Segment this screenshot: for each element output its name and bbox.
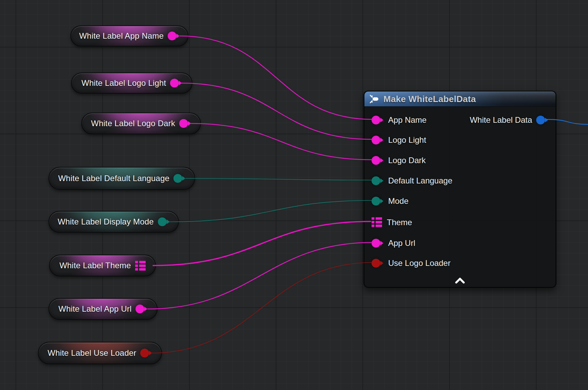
connection-wire[interactable] — [181, 83, 373, 139]
pin-dot — [170, 79, 179, 87]
white-label-display-mode-output-pin[interactable] — [158, 217, 170, 226]
pin-arrow — [144, 307, 147, 311]
variable-node-label: White Label Logo Dark — [91, 119, 175, 128]
variable-node-label: White Label App Name — [79, 31, 164, 41]
variable-node-white-label-default-language[interactable]: White Label Default Language — [48, 167, 195, 190]
pin-dot — [168, 32, 176, 40]
input-row-logo-dark: Logo Dark — [372, 156, 426, 165]
pin-arrow — [380, 158, 383, 163]
input-pin-label: Logo Dark — [388, 156, 426, 165]
white-label-theme-output-struct-pin[interactable] — [135, 260, 146, 271]
input-row-mode: Mode — [372, 196, 408, 206]
pin-arrow — [545, 118, 548, 122]
connection-wire[interactable] — [151, 262, 373, 353]
mode-input-pin[interactable] — [372, 197, 383, 206]
logo-light-input-pin[interactable] — [372, 136, 383, 144]
pin-dot — [158, 217, 167, 226]
use-logo-loader-input-pin[interactable] — [372, 259, 383, 268]
white-label-logo-dark-output-pin[interactable] — [179, 119, 191, 128]
blueprint-graph-canvas[interactable]: White Label App NameWhite Label Logo Lig… — [0, 0, 588, 390]
input-row-use-logo-loader: Use Logo Loader — [372, 258, 450, 268]
variable-node-label: White Label Use Loader — [48, 348, 136, 358]
pin-arrow — [380, 199, 383, 203]
variable-node-white-label-theme[interactable]: White Label Theme — [49, 255, 156, 276]
pin-arrow — [182, 176, 185, 181]
pin-dot — [372, 197, 380, 206]
connection-wire[interactable] — [190, 123, 373, 160]
input-pin-label: Logo Light — [388, 135, 426, 145]
variable-node-white-label-logo-dark[interactable]: White Label Logo Dark — [81, 113, 201, 134]
variable-node-white-label-app-name[interactable]: White Label App Name — [70, 25, 188, 46]
variable-node-white-label-use-loader[interactable]: White Label Use Loader — [38, 342, 162, 364]
make-whitelabeldata-node[interactable]: Make WhiteLabelData App NameLogo LightLo… — [364, 91, 556, 288]
white-label-app-url-output-pin[interactable] — [135, 305, 147, 313]
pin-arrow — [167, 219, 170, 224]
pin-arrow — [380, 138, 383, 142]
make-node-title: Make WhiteLabelData — [383, 94, 476, 104]
make-node-header[interactable]: Make WhiteLabelData — [364, 92, 555, 106]
pin-dot — [372, 136, 380, 144]
pin-dot — [536, 116, 545, 124]
theme-input-struct-pin[interactable] — [372, 217, 382, 228]
connection-wire[interactable] — [148, 242, 373, 309]
connection-wire[interactable] — [153, 221, 371, 266]
input-pin-label: Theme — [387, 217, 412, 227]
input-row-app-url: App Url — [372, 238, 415, 248]
white-label-app-name-output-pin[interactable] — [168, 32, 180, 40]
input-pin-label: Default Language — [388, 176, 453, 186]
variable-node-white-label-app-url[interactable]: White Label App Url — [48, 298, 158, 320]
pin-dot — [372, 176, 380, 185]
app-url-input-pin[interactable] — [372, 239, 383, 248]
white-label-logo-light-output-pin[interactable] — [170, 79, 182, 87]
make-node-output-row: White Label Data — [470, 115, 548, 125]
white-label-use-loader-output-pin[interactable] — [140, 349, 152, 357]
pin-dot — [372, 116, 380, 124]
pin-arrow — [380, 241, 383, 246]
pin-dot — [140, 349, 149, 357]
pin-arrow — [380, 261, 383, 266]
connection-wire[interactable] — [169, 200, 373, 222]
variable-node-label: White Label Default Language — [58, 174, 170, 183]
variable-node-label: White Label Display Mode — [58, 217, 154, 227]
pin-dot — [179, 119, 188, 128]
input-pin-label: App Url — [388, 238, 415, 248]
white-label-default-language-output-pin[interactable] — [173, 174, 185, 183]
pin-arrow — [179, 81, 182, 85]
variable-node-white-label-logo-light[interactable]: White Label Logo Light — [71, 73, 192, 94]
input-row-theme: Theme — [372, 217, 412, 228]
output-pin-label: White Label Data — [470, 115, 532, 125]
input-row-logo-light: Logo Light — [372, 135, 426, 145]
variable-node-label: White Label App Url — [59, 304, 132, 314]
default-language-input-pin[interactable] — [372, 176, 383, 185]
variable-node-label: White Label Logo Light — [82, 78, 166, 88]
pin-dot — [372, 156, 380, 165]
pin-dot — [372, 239, 380, 248]
input-row-default-language: Default Language — [372, 176, 453, 186]
connection-wire[interactable] — [180, 36, 373, 119]
pin-arrow — [380, 178, 383, 183]
input-pin-label: Use Logo Loader — [388, 258, 450, 268]
pin-arrow — [149, 351, 152, 355]
pin-dot — [372, 259, 380, 268]
variable-node-label: White Label Theme — [59, 261, 131, 270]
pin-arrow — [188, 121, 191, 126]
make-struct-icon — [369, 94, 379, 104]
input-row-app-name: App Name — [372, 115, 426, 125]
pin-arrow — [176, 34, 180, 38]
logo-dark-input-pin[interactable] — [372, 156, 383, 165]
connection-wire[interactable] — [186, 178, 373, 180]
chevron-up-icon — [454, 277, 466, 286]
pin-dot — [173, 174, 182, 183]
variable-node-white-label-display-mode[interactable]: White Label Display Mode — [48, 211, 179, 233]
white-label-data-output-pin[interactable] — [536, 116, 548, 124]
pin-arrow — [380, 118, 383, 122]
input-pin-label: App Name — [388, 115, 426, 125]
collapse-pins-chevron-button[interactable] — [453, 276, 467, 286]
input-pin-label: Mode — [388, 196, 408, 206]
pin-dot — [135, 305, 144, 313]
app-name-input-pin[interactable] — [372, 116, 383, 124]
